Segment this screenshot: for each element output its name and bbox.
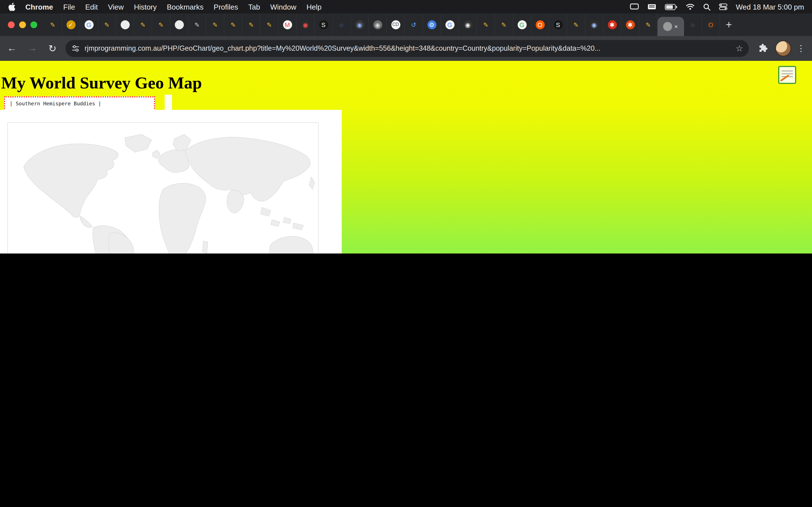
site-settings-icon[interactable] — [71, 44, 80, 53]
tab[interactable]: ✎ — [134, 13, 152, 36]
browser-toolbar: ← → ↻ rjmprogramming.com.au/PHP/GeoChart… — [0, 36, 812, 61]
tab[interactable]: G — [80, 13, 98, 36]
address-bar[interactable]: rjmprogramming.com.au/PHP/GeoChart/geo_c… — [65, 40, 749, 57]
window-controls — [0, 21, 44, 28]
menu-chrome[interactable]: Chrome — [26, 3, 53, 11]
tab-favicon: ✎ — [48, 20, 57, 29]
menu-view[interactable]: View — [108, 3, 124, 11]
tab[interactable] — [170, 13, 188, 36]
tab[interactable]: ✎ — [98, 13, 116, 36]
tab[interactable]: ✎ — [152, 13, 170, 36]
tab[interactable]: ✎ — [44, 13, 62, 36]
tab[interactable]: ◉ — [585, 13, 603, 36]
tab[interactable]: ↺ — [405, 13, 423, 36]
country-greenland[interactable] — [124, 134, 152, 152]
menu-tab[interactable]: Tab — [248, 3, 260, 11]
tab-favicon: G — [84, 20, 93, 29]
keyboard-icon[interactable] — [647, 3, 656, 10]
tab-favicon: ✎ — [229, 20, 238, 29]
country-se-asia-4[interactable] — [293, 223, 303, 230]
geochart-map: 12 45 — [7, 122, 319, 253]
tab[interactable]: S — [315, 13, 333, 36]
menubar-clock[interactable]: Wed 18 Mar 5:00 pm — [736, 3, 804, 11]
tab[interactable]: O — [531, 13, 549, 36]
menu-history[interactable]: History — [134, 3, 157, 11]
world-map — [8, 123, 318, 253]
country-japan[interactable] — [309, 177, 315, 189]
new-tab-button[interactable]: + — [720, 18, 738, 31]
tab[interactable]: ◌ — [333, 13, 351, 36]
tab[interactable]: G — [513, 13, 531, 36]
menu-edit[interactable]: Edit — [85, 3, 98, 11]
tab[interactable] — [116, 13, 134, 36]
tab-active[interactable]: × — [658, 17, 684, 36]
forward-button[interactable]: → — [24, 40, 41, 57]
country-asia[interactable] — [185, 137, 310, 201]
menu-file[interactable]: File — [63, 3, 75, 11]
tab[interactable]: ◌ — [684, 13, 702, 36]
url-text[interactable]: rjmprogramming.com.au/PHP/GeoChart/geo_c… — [85, 45, 731, 52]
tab[interactable]: ✎ — [188, 13, 206, 36]
tab[interactable]: CD — [387, 13, 405, 36]
country-australia[interactable] — [269, 236, 313, 253]
extensions-puzzle-icon[interactable] — [758, 43, 767, 54]
apple-menu-icon[interactable] — [8, 2, 15, 11]
country-madagascar[interactable] — [202, 241, 208, 253]
tab[interactable]: S — [549, 13, 567, 36]
bookmark-star-icon[interactable]: ☆ — [735, 43, 743, 54]
tab[interactable]: ◉ — [351, 13, 369, 36]
tab[interactable]: ✎ — [243, 13, 260, 36]
tab[interactable]: ◉ — [297, 13, 315, 36]
close-window-button[interactable] — [8, 21, 15, 28]
country-central-america[interactable] — [80, 216, 92, 228]
tab[interactable]: ✱ — [621, 13, 640, 36]
tab[interactable]: ◉ — [459, 13, 477, 36]
wifi-icon[interactable] — [686, 3, 695, 10]
menu-help[interactable]: Help — [306, 3, 322, 11]
tab[interactable]: ◉ — [369, 13, 387, 36]
country-brazil[interactable] — [109, 233, 134, 253]
tab-close-icon[interactable]: × — [674, 23, 678, 30]
screen-mirroring-icon[interactable] — [630, 3, 639, 10]
profile-avatar[interactable] — [775, 41, 791, 56]
reload-button[interactable]: ↻ — [44, 40, 61, 57]
country-india[interactable] — [227, 190, 244, 213]
tab-favicon: ◌ — [337, 20, 346, 29]
tab[interactable]: ✎ — [206, 13, 224, 36]
zoom-window-button[interactable] — [31, 21, 37, 28]
notepad-icon[interactable] — [778, 66, 796, 84]
tooltip-line1: | Southern Hemispere Buddies | — [10, 100, 154, 108]
country-se-asia-2[interactable] — [271, 220, 280, 226]
tab[interactable]: M — [278, 13, 297, 36]
tab[interactable]: ✎ — [495, 13, 513, 36]
tab-favicon: ✎ — [247, 20, 256, 29]
menu-profiles[interactable]: Profiles — [214, 3, 238, 11]
page-title: My World Survey Geo Map — [1, 73, 202, 93]
tab[interactable]: ✎ — [224, 13, 243, 36]
tab[interactable]: ✎ — [567, 13, 585, 36]
tab-favicon: ✎ — [139, 20, 147, 29]
menu-window[interactable]: Window — [270, 3, 297, 11]
menu-bookmarks[interactable]: Bookmarks — [167, 3, 204, 11]
tab[interactable]: ✓ — [62, 13, 80, 36]
country-se-asia-1[interactable] — [261, 207, 271, 216]
tab[interactable]: ⚙ — [423, 13, 441, 36]
tab[interactable]: ✎ — [477, 13, 495, 36]
tab-favicon: ✎ — [193, 20, 202, 29]
tab[interactable]: ✎ — [260, 13, 278, 36]
country-africa[interactable] — [159, 183, 206, 253]
tab[interactable]: O — [702, 13, 720, 36]
back-button[interactable]: ← — [3, 40, 20, 57]
tab[interactable]: G — [441, 13, 459, 36]
tab-favicon: ↺ — [409, 20, 418, 29]
browser-menu-icon[interactable]: ⋮ — [796, 43, 812, 54]
country-se-asia-3[interactable] — [283, 217, 291, 224]
tab-favicon: S — [319, 20, 328, 29]
tab[interactable]: ✱ — [603, 13, 621, 36]
spotlight-icon[interactable] — [703, 3, 711, 10]
minimize-window-button[interactable] — [19, 21, 26, 28]
tab[interactable]: ✎ — [640, 13, 658, 36]
country-north-america[interactable] — [24, 144, 118, 217]
battery-icon[interactable] — [665, 4, 677, 10]
control-center-icon[interactable] — [719, 3, 727, 10]
